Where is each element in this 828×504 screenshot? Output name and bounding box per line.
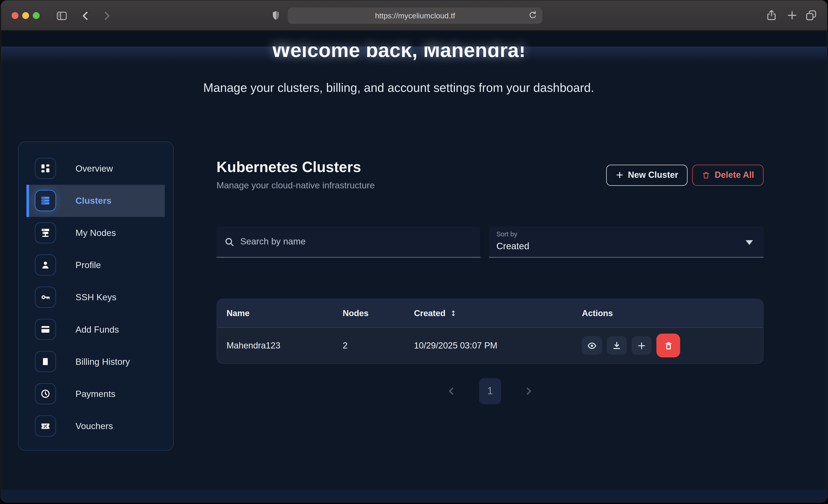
user-icon [35,255,56,276]
search-input[interactable] [240,237,473,247]
address-bar[interactable]: https://myceliumcloud.tf [288,7,542,24]
page-number-button[interactable]: 1 [479,378,501,404]
fullscreen-window-button[interactable] [33,12,40,19]
sidebar-item-clusters[interactable]: Clusters [18,185,173,217]
filters-row: Sort by Created [216,226,764,258]
sidebar-item-overview[interactable]: Overview [18,153,173,185]
sidebar-item-label: Billing History [76,346,130,378]
browser-window: https://myceliumcloud.tf [1,0,827,502]
sort-by-select[interactable]: Sort by Created [489,226,764,258]
credit-card-icon [35,319,56,340]
trash-icon [702,171,711,179]
sidebar-item-label: Profile [76,249,101,282]
plus-icon [616,171,623,179]
server-stack-icon [35,190,56,211]
clock-icon [35,383,56,404]
cluster-nodes-cell: 2 [343,340,414,350]
view-cluster-button[interactable] [582,336,602,355]
reload-icon[interactable] [528,10,538,21]
share-icon[interactable] [765,9,778,22]
key-icon [35,287,56,308]
sidebar-item-label: SSH Keys [76,282,117,313]
sidebar-item-label: Overview [76,153,113,185]
cluster-created-cell: 10/29/2025 03:07 PM [414,340,582,350]
column-header-created[interactable]: Created [414,308,582,318]
ticket-percent-icon [35,415,56,436]
new-cluster-button[interactable]: New Cluster [606,165,688,185]
receipt-icon [35,351,56,372]
layout-grid-icon [35,158,56,179]
download-icon [612,341,621,350]
sort-by-value: Created [496,241,529,252]
sidebar-item-ssh-keys[interactable]: SSH Keys [18,282,173,313]
previous-page-button[interactable] [446,386,457,396]
sidebar-toggle-icon[interactable] [55,9,68,22]
tab-overview-icon[interactable] [805,9,818,22]
pagination: 1 [216,378,764,404]
plus-icon [637,341,646,350]
forward-button[interactable] [100,9,113,22]
sidebar-item-my-nodes[interactable]: My Nodes [18,217,173,249]
sidebar-item-vouchers[interactable]: Vouchers [18,410,173,442]
minimize-window-button[interactable] [22,12,29,19]
delete-cluster-button[interactable] [656,334,680,357]
sidebar-item-label: Add Funds [76,313,119,346]
table-row: Mahendra123 2 10/29/2025 03:07 PM [217,328,763,363]
privacy-shield-icon[interactable] [270,9,282,22]
sort-updown-icon [449,309,457,317]
sidebar-item-label: Clusters [76,185,112,217]
sidebar-nav: Overview [18,141,174,451]
chevron-down-icon [746,240,753,245]
page-content: Welcome back, Mahendra! Welcome back, Ma… [1,31,827,502]
url-text: https://myceliumcloud.tf [375,11,455,20]
trash-icon [663,340,673,351]
sidebar-item-label: Vouchers [76,410,113,442]
window-controls [12,12,40,19]
sort-by-label: Sort by [496,230,517,238]
sidebar-item-payments[interactable]: Payments [18,378,173,410]
column-header-name: Name [226,308,343,318]
clusters-section: Kubernetes Clusters Manage your cloud-na… [216,159,764,412]
next-page-button[interactable] [523,386,534,396]
delete-all-label: Delete All [715,170,754,180]
close-window-button[interactable] [12,12,18,19]
cluster-name-cell: Mahendra123 [226,340,343,350]
search-icon [224,236,235,247]
new-cluster-label: New Cluster [628,170,678,180]
footer-strip [1,489,827,502]
search-field [216,226,481,258]
server-node-icon [35,222,56,243]
browser-toolbar: https://myceliumcloud.tf [1,0,827,31]
add-node-button[interactable] [631,336,652,355]
sidebar-item-profile[interactable]: Profile [18,249,173,282]
sidebar-item-billing-history[interactable]: Billing History [18,346,173,378]
section-header: Kubernetes Clusters Manage your cloud-na… [216,159,764,191]
column-header-nodes: Nodes [343,308,414,318]
column-header-actions: Actions [582,308,753,318]
sidebar-item-label: My Nodes [76,217,116,249]
clusters-table: Name Nodes Created Actions Mahendra123 [216,299,764,364]
sidebar-item-label: Payments [76,378,116,410]
page-subtitle: Manage your cloud-native infrastructure [216,180,375,191]
row-actions [582,334,753,357]
download-kubeconfig-button[interactable] [607,336,627,355]
new-tab-icon[interactable] [786,9,798,22]
screen: https://myceliumcloud.tf [0,0,828,504]
eye-icon [587,341,596,350]
back-button[interactable] [79,9,92,22]
created-label: Created [414,308,445,318]
welcome-subtitle: Manage your clusters, billing, and accou… [1,81,796,95]
delete-all-button[interactable]: Delete All [693,165,763,185]
page-title: Kubernetes Clusters [216,159,375,176]
sidebar-item-add-funds[interactable]: Add Funds [18,313,173,346]
table-header: Name Nodes Created Actions [217,299,763,328]
